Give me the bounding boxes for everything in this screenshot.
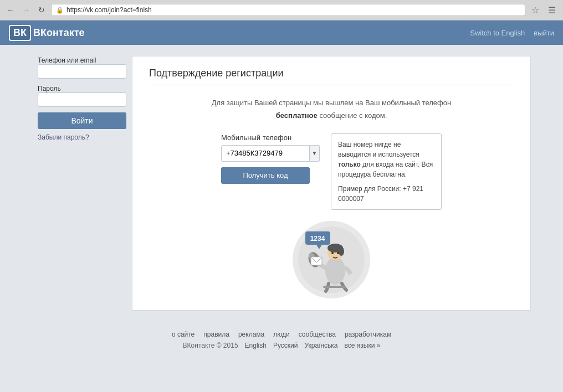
svg-rect-12	[311, 257, 322, 265]
browser-toolbar: ← → ↻ 🔒 https://vk.com/join?act=finish ☆…	[0, 0, 563, 20]
exit-link[interactable]: выйти	[534, 29, 554, 37]
illus-circle: 1234	[293, 221, 370, 298]
get-code-button[interactable]: Получить код	[221, 167, 310, 184]
switch-lang-link[interactable]: Switch to English	[470, 29, 525, 37]
title-divider	[149, 85, 514, 85]
footer-lang-english[interactable]: English	[245, 342, 267, 349]
vk-logo: ВК ВКонтакте	[9, 25, 85, 41]
phone-input-row: ▼	[221, 145, 320, 162]
password-input[interactable]	[38, 92, 126, 107]
desc-line1: Для защиты Вашей страницы мы вышлем на В…	[212, 99, 451, 107]
tooltip-box: Ваш номер нигде не выводится и используе…	[331, 133, 442, 210]
svg-point-9	[339, 247, 344, 256]
svg-point-10	[331, 252, 334, 254]
page-wrapper: ВК ВКонтакте Switch to English выйти Тел…	[0, 20, 563, 390]
reload-button[interactable]: ↻	[35, 4, 48, 16]
illustration: 1234	[149, 221, 514, 298]
vk-logo-icon: ВК	[9, 25, 31, 41]
phone-dropdown-button[interactable]: ▼	[310, 145, 320, 162]
desc-bold: бесплатное	[276, 111, 318, 120]
footer-link-about[interactable]: о сайте	[172, 331, 195, 338]
footer-link-ads[interactable]: реклама	[238, 331, 264, 338]
svg-text:1234: 1234	[310, 235, 325, 243]
forgot-password-link[interactable]: Забыли пароль?	[38, 133, 126, 141]
phone-email-input[interactable]	[38, 64, 126, 79]
login-button[interactable]: Войти	[38, 112, 126, 129]
desc-line2: сообщение с кодом.	[319, 111, 387, 120]
tooltip-line1: Ваш номер нигде не выводится и используе…	[338, 141, 419, 158]
bookmark-button[interactable]: ☆	[529, 3, 542, 17]
footer-lang-russian[interactable]: Русский	[273, 342, 298, 349]
menu-button[interactable]: ☰	[545, 3, 559, 17]
url-text: https://vk.com/join?act=finish	[66, 6, 152, 14]
header-right: Switch to English выйти	[470, 29, 554, 37]
svg-point-6	[325, 257, 345, 285]
footer-link-people[interactable]: люди	[273, 331, 289, 338]
phone-email-label: Телефон или email	[38, 56, 96, 64]
confirm-description: Для защиты Вашей страницы мы вышлем на В…	[149, 96, 514, 122]
footer-copyright: ВКонтакте © 2015	[183, 342, 238, 349]
password-label: Пароль	[38, 85, 61, 92]
browser-chrome: ← → ↻ 🔒 https://vk.com/join?act=finish ☆…	[0, 0, 563, 20]
vk-header: ВК ВКонтакте Switch to English выйти	[0, 20, 563, 45]
footer-link-devs[interactable]: разработчикам	[345, 331, 391, 338]
footer-lang-all[interactable]: все языки »	[345, 342, 381, 349]
footer-link-communities[interactable]: сообщества	[299, 331, 336, 338]
footer: о сайте правила реклама люди сообщества …	[0, 322, 563, 358]
phone-input[interactable]	[221, 145, 310, 162]
vk-logo-text: ВКонтакте	[33, 27, 85, 39]
footer-bottom: ВКонтакте © 2015 English Русский Українс…	[9, 342, 554, 349]
illus-svg: 1234	[295, 224, 367, 296]
footer-lang-ukrainian[interactable]: Українська	[304, 342, 337, 349]
svg-point-11	[337, 252, 339, 254]
address-bar: 🔒 https://vk.com/join?act=finish	[51, 4, 525, 16]
svg-rect-13	[323, 286, 345, 288]
lock-icon: 🔒	[56, 7, 64, 14]
forward-button[interactable]: →	[20, 4, 32, 16]
tooltip-example: Пример для России: +7 921 0000007	[338, 184, 434, 204]
sidebar: Телефон или email Пароль Войти Забыли па…	[32, 56, 132, 311]
main-layout: Телефон или email Пароль Войти Забыли па…	[32, 45, 531, 322]
back-button[interactable]: ←	[4, 4, 17, 16]
page-title: Подтверждение регистрации	[149, 68, 514, 79]
content-panel: Подтверждение регистрации Для защиты Ваш…	[132, 56, 531, 311]
footer-links: о сайте правила реклама люди сообщества …	[9, 331, 554, 338]
footer-link-rules[interactable]: правила	[203, 331, 229, 338]
tooltip-bold: только	[338, 161, 361, 168]
phone-group: Мобильный телефон ▼ Получить код	[221, 133, 320, 184]
phone-field-label: Мобильный телефон	[221, 133, 320, 142]
